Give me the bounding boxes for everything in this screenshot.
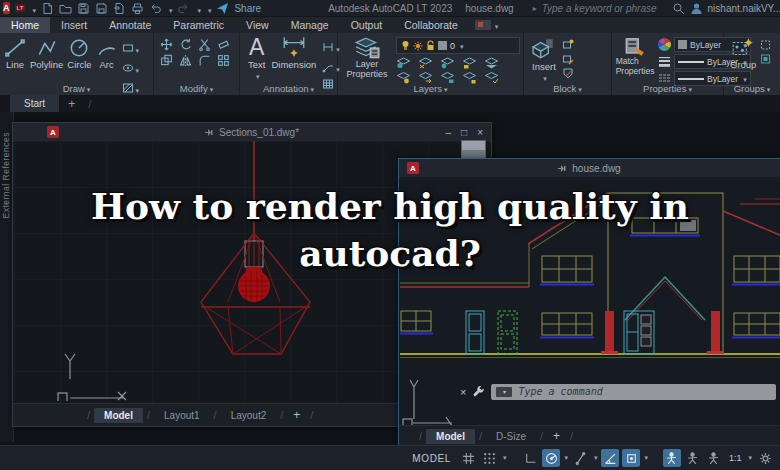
create-block-tool[interactable] [562,39,574,51]
pin-icon[interactable] [205,128,215,137]
house-model-tab[interactable]: Model [426,429,475,444]
object-snap-tracking-toggle[interactable] [601,449,619,467]
move-tool[interactable] [160,38,176,51]
layer-freeze-tool[interactable] [440,57,455,69]
autoscale-toggle[interactable] [684,449,702,467]
isometric-drafting-toggle[interactable] [572,449,590,467]
share-label[interactable]: Share [234,3,261,14]
text-tool[interactable]: A Text [248,35,265,90]
annotation-visibility-toggle[interactable] [663,449,681,467]
share-icon[interactable] [216,2,229,15]
properties-panel-label[interactable]: Properties [612,83,723,94]
sections-layout2-tab[interactable]: Layout2 [221,408,277,423]
layer-lock-tool[interactable] [462,57,477,69]
pin-icon[interactable] [558,164,568,173]
groups-panel-label[interactable]: Groups [724,83,780,94]
snap-mode-toggle[interactable] [481,449,499,467]
save-as-icon[interactable] [95,2,108,15]
house-new-layout-button[interactable]: + [547,429,566,443]
tab-parametric[interactable]: Parametric [162,17,235,33]
tab-output[interactable]: Output [340,17,394,33]
block-attributes-tool[interactable] [562,67,574,79]
plot-icon[interactable] [131,2,144,15]
tab-manage[interactable]: Manage [280,17,340,33]
minimize-button[interactable]: – [446,127,452,138]
annotation-scale-icon[interactable] [705,449,723,467]
grid-display-toggle[interactable] [460,449,478,467]
layers-panel-label[interactable]: Layers [338,83,523,94]
lineweight-icon[interactable] [658,56,671,67]
recent-commands-icon[interactable] [496,387,512,397]
edit-block-tool[interactable] [562,53,574,65]
open-file-icon[interactable] [59,2,72,15]
match-properties-button[interactable]: Match Properties [617,37,653,86]
dimension-tool[interactable]: Dimension [271,35,316,90]
layer-off-tool[interactable] [396,57,411,69]
viewport-control-box[interactable] [461,140,486,159]
insert-block-button[interactable]: Insert [532,37,556,83]
color-wheel-icon[interactable] [658,38,671,51]
trim-tool[interactable] [198,38,214,51]
polar-settings-arrow-icon[interactable]: ▾ [563,454,569,462]
search-icon[interactable] [672,2,685,15]
maximize-button[interactable]: □ [461,127,467,138]
object-snap-toggle[interactable] [622,449,640,467]
ribbon-options-button[interactable] [475,17,499,33]
qat-customize-icon[interactable] [206,0,212,17]
erase-tool[interactable] [217,38,233,51]
search-input[interactable]: Type a keyword or phrase [542,3,657,14]
close-button[interactable]: × [477,127,483,138]
redo-icon[interactable] [177,2,190,15]
house-window-titlebar[interactable]: A house.dwg [399,159,780,178]
export-icon[interactable] [113,2,126,15]
app-menu-arrow-icon[interactable] [30,0,36,17]
layer-match-tool[interactable] [484,57,499,69]
search-expand-icon[interactable]: ▸ [533,4,537,13]
snap-settings-arrow-icon[interactable]: ▾ [502,454,508,462]
house-dsize-tab[interactable]: D-Size [486,429,536,444]
rotate-tool[interactable] [179,38,195,51]
polar-tracking-toggle[interactable] [542,449,560,467]
ellipse-tool[interactable] [122,59,140,77]
close-command-icon[interactable]: × [460,386,466,398]
fillet-tool[interactable] [198,54,214,67]
annotation-scale-value[interactable]: 1:1 [726,453,745,463]
sections-window-titlebar[interactable]: A Sections_01.dwg* – □ × [13,123,491,142]
start-tab[interactable]: Start [10,95,59,112]
autocad-logo-icon[interactable]: A [3,2,10,14]
array-tool[interactable] [217,54,233,67]
user-avatar-icon[interactable] [690,2,703,15]
new-file-icon[interactable] [41,2,54,15]
rectangle-tool[interactable] [122,39,140,57]
copy-tool[interactable] [160,54,176,67]
draw-panel-label[interactable]: Draw [0,83,153,94]
undo-icon[interactable] [149,2,162,15]
undo-arrow-icon[interactable] [167,0,173,17]
scale-list-arrow-icon[interactable]: ▾ [747,454,753,462]
redo-arrow-icon[interactable] [195,0,201,17]
tab-collaborate[interactable]: Collaborate [393,17,469,33]
tab-insert[interactable]: Insert [50,17,98,33]
customize-wrench-icon[interactable] [472,385,485,398]
ortho-mode-toggle[interactable] [521,449,539,467]
customization-gear-icon[interactable] [756,449,774,467]
mirror-tool[interactable] [179,54,195,67]
tab-annotate[interactable]: Annotate [98,17,162,33]
modify-panel-label[interactable]: Modify [154,83,239,94]
tab-view[interactable]: View [235,17,280,33]
model-space-button[interactable]: MODEL [406,453,457,464]
ungroup-tool[interactable] [760,39,772,51]
sections-new-layout-button[interactable]: + [287,408,306,422]
command-input[interactable]: Type a command [518,386,602,397]
sections-layout1-tab[interactable]: Layout1 [154,408,210,423]
sections-model-tab[interactable]: Model [94,408,143,423]
group-edit-tool[interactable] [760,53,772,65]
iso-settings-arrow-icon[interactable]: ▾ [593,454,599,462]
block-panel-label[interactable]: Block [524,83,611,94]
layer-isolate-tool[interactable] [418,57,433,69]
new-drawing-tab-button[interactable]: + [59,95,84,112]
layer-dropdown[interactable]: 0 [396,37,520,54]
group-button[interactable]: Group [730,37,756,70]
command-input-bar[interactable]: Type a command [491,384,776,400]
layer-properties-button[interactable]: Layer Properties [343,37,391,84]
